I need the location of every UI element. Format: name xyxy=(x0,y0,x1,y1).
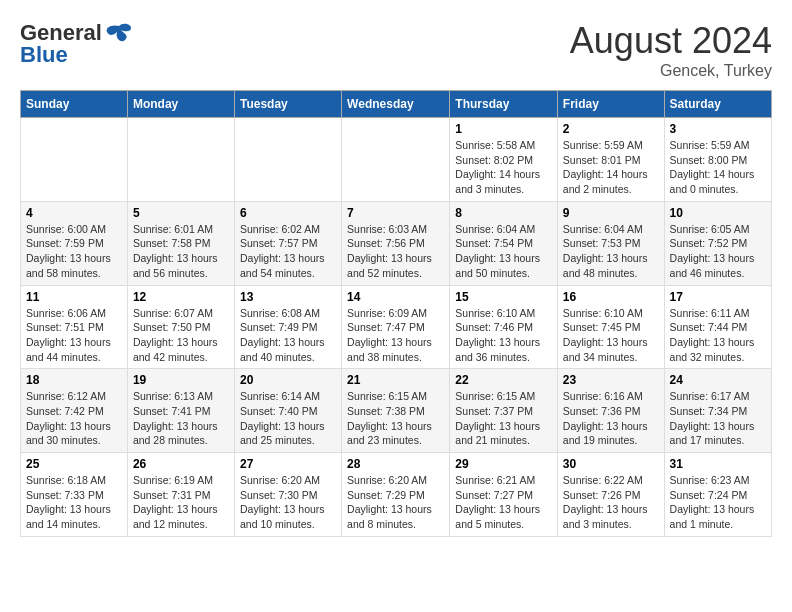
calendar-day-cell: 3Sunrise: 5:59 AMSunset: 8:00 PMDaylight… xyxy=(664,118,771,202)
day-number: 26 xyxy=(133,457,229,471)
day-number: 14 xyxy=(347,290,444,304)
day-number: 23 xyxy=(563,373,659,387)
day-number: 2 xyxy=(563,122,659,136)
day-number: 24 xyxy=(670,373,766,387)
day-info-text: Sunrise: 6:16 AMSunset: 7:36 PMDaylight:… xyxy=(563,389,659,448)
calendar-day-cell: 2Sunrise: 5:59 AMSunset: 8:01 PMDaylight… xyxy=(557,118,664,202)
calendar-day-cell: 28Sunrise: 6:20 AMSunset: 7:29 PMDayligh… xyxy=(342,453,450,537)
day-number: 11 xyxy=(26,290,122,304)
day-info-text: Sunrise: 6:20 AMSunset: 7:30 PMDaylight:… xyxy=(240,473,336,532)
day-number: 6 xyxy=(240,206,336,220)
day-info-text: Sunrise: 6:21 AMSunset: 7:27 PMDaylight:… xyxy=(455,473,552,532)
calendar-day-cell: 26Sunrise: 6:19 AMSunset: 7:31 PMDayligh… xyxy=(127,453,234,537)
calendar-day-cell: 18Sunrise: 6:12 AMSunset: 7:42 PMDayligh… xyxy=(21,369,128,453)
calendar-day-cell xyxy=(234,118,341,202)
day-info-text: Sunrise: 6:03 AMSunset: 7:56 PMDaylight:… xyxy=(347,222,444,281)
logo: General Blue xyxy=(20,20,133,68)
calendar-day-cell: 10Sunrise: 6:05 AMSunset: 7:52 PMDayligh… xyxy=(664,201,771,285)
day-number: 13 xyxy=(240,290,336,304)
day-number: 16 xyxy=(563,290,659,304)
calendar-day-cell: 20Sunrise: 6:14 AMSunset: 7:40 PMDayligh… xyxy=(234,369,341,453)
calendar-day-cell: 27Sunrise: 6:20 AMSunset: 7:30 PMDayligh… xyxy=(234,453,341,537)
calendar-day-cell xyxy=(342,118,450,202)
calendar-day-cell: 7Sunrise: 6:03 AMSunset: 7:56 PMDaylight… xyxy=(342,201,450,285)
day-info-text: Sunrise: 6:19 AMSunset: 7:31 PMDaylight:… xyxy=(133,473,229,532)
day-info-text: Sunrise: 5:59 AMSunset: 8:01 PMDaylight:… xyxy=(563,138,659,197)
day-info-text: Sunrise: 6:01 AMSunset: 7:58 PMDaylight:… xyxy=(133,222,229,281)
day-info-text: Sunrise: 6:06 AMSunset: 7:51 PMDaylight:… xyxy=(26,306,122,365)
day-number: 29 xyxy=(455,457,552,471)
day-info-text: Sunrise: 6:23 AMSunset: 7:24 PMDaylight:… xyxy=(670,473,766,532)
day-number: 30 xyxy=(563,457,659,471)
day-of-week-header: Monday xyxy=(127,91,234,118)
day-number: 27 xyxy=(240,457,336,471)
calendar-day-cell: 13Sunrise: 6:08 AMSunset: 7:49 PMDayligh… xyxy=(234,285,341,369)
calendar-day-cell: 30Sunrise: 6:22 AMSunset: 7:26 PMDayligh… xyxy=(557,453,664,537)
day-info-text: Sunrise: 6:09 AMSunset: 7:47 PMDaylight:… xyxy=(347,306,444,365)
calendar-day-cell: 31Sunrise: 6:23 AMSunset: 7:24 PMDayligh… xyxy=(664,453,771,537)
day-info-text: Sunrise: 6:13 AMSunset: 7:41 PMDaylight:… xyxy=(133,389,229,448)
day-info-text: Sunrise: 6:15 AMSunset: 7:38 PMDaylight:… xyxy=(347,389,444,448)
calendar-header-row: SundayMondayTuesdayWednesdayThursdayFrid… xyxy=(21,91,772,118)
day-info-text: Sunrise: 5:59 AMSunset: 8:00 PMDaylight:… xyxy=(670,138,766,197)
calendar-day-cell: 1Sunrise: 5:58 AMSunset: 8:02 PMDaylight… xyxy=(450,118,558,202)
day-number: 28 xyxy=(347,457,444,471)
day-info-text: Sunrise: 6:22 AMSunset: 7:26 PMDaylight:… xyxy=(563,473,659,532)
day-of-week-header: Wednesday xyxy=(342,91,450,118)
calendar-day-cell xyxy=(127,118,234,202)
calendar-day-cell: 25Sunrise: 6:18 AMSunset: 7:33 PMDayligh… xyxy=(21,453,128,537)
calendar-week-row: 18Sunrise: 6:12 AMSunset: 7:42 PMDayligh… xyxy=(21,369,772,453)
day-number: 9 xyxy=(563,206,659,220)
day-info-text: Sunrise: 6:07 AMSunset: 7:50 PMDaylight:… xyxy=(133,306,229,365)
day-info-text: Sunrise: 6:18 AMSunset: 7:33 PMDaylight:… xyxy=(26,473,122,532)
calendar-day-cell: 19Sunrise: 6:13 AMSunset: 7:41 PMDayligh… xyxy=(127,369,234,453)
day-number: 8 xyxy=(455,206,552,220)
calendar-day-cell: 9Sunrise: 6:04 AMSunset: 7:53 PMDaylight… xyxy=(557,201,664,285)
day-number: 18 xyxy=(26,373,122,387)
calendar-table: SundayMondayTuesdayWednesdayThursdayFrid… xyxy=(20,90,772,537)
calendar-day-cell: 22Sunrise: 6:15 AMSunset: 7:37 PMDayligh… xyxy=(450,369,558,453)
calendar-day-cell: 24Sunrise: 6:17 AMSunset: 7:34 PMDayligh… xyxy=(664,369,771,453)
logo-blue-text: Blue xyxy=(20,42,68,68)
day-number: 7 xyxy=(347,206,444,220)
day-info-text: Sunrise: 6:05 AMSunset: 7:52 PMDaylight:… xyxy=(670,222,766,281)
day-number: 25 xyxy=(26,457,122,471)
title-area: August 2024 Gencek, Turkey xyxy=(570,20,772,80)
day-number: 3 xyxy=(670,122,766,136)
day-info-text: Sunrise: 6:00 AMSunset: 7:59 PMDaylight:… xyxy=(26,222,122,281)
day-number: 15 xyxy=(455,290,552,304)
calendar-day-cell: 11Sunrise: 6:06 AMSunset: 7:51 PMDayligh… xyxy=(21,285,128,369)
calendar-day-cell: 5Sunrise: 6:01 AMSunset: 7:58 PMDaylight… xyxy=(127,201,234,285)
calendar-day-cell: 8Sunrise: 6:04 AMSunset: 7:54 PMDaylight… xyxy=(450,201,558,285)
calendar-week-row: 1Sunrise: 5:58 AMSunset: 8:02 PMDaylight… xyxy=(21,118,772,202)
day-number: 4 xyxy=(26,206,122,220)
day-number: 10 xyxy=(670,206,766,220)
day-number: 22 xyxy=(455,373,552,387)
day-number: 1 xyxy=(455,122,552,136)
day-number: 31 xyxy=(670,457,766,471)
calendar-day-cell: 4Sunrise: 6:00 AMSunset: 7:59 PMDaylight… xyxy=(21,201,128,285)
day-info-text: Sunrise: 6:10 AMSunset: 7:46 PMDaylight:… xyxy=(455,306,552,365)
calendar-day-cell: 15Sunrise: 6:10 AMSunset: 7:46 PMDayligh… xyxy=(450,285,558,369)
day-info-text: Sunrise: 6:14 AMSunset: 7:40 PMDaylight:… xyxy=(240,389,336,448)
page-header: General Blue August 2024 Gencek, Turkey xyxy=(20,20,772,80)
day-info-text: Sunrise: 6:11 AMSunset: 7:44 PMDaylight:… xyxy=(670,306,766,365)
calendar-day-cell: 16Sunrise: 6:10 AMSunset: 7:45 PMDayligh… xyxy=(557,285,664,369)
calendar-day-cell: 21Sunrise: 6:15 AMSunset: 7:38 PMDayligh… xyxy=(342,369,450,453)
day-number: 17 xyxy=(670,290,766,304)
calendar-day-cell: 12Sunrise: 6:07 AMSunset: 7:50 PMDayligh… xyxy=(127,285,234,369)
day-number: 19 xyxy=(133,373,229,387)
day-of-week-header: Saturday xyxy=(664,91,771,118)
day-info-text: Sunrise: 6:12 AMSunset: 7:42 PMDaylight:… xyxy=(26,389,122,448)
day-of-week-header: Thursday xyxy=(450,91,558,118)
day-info-text: Sunrise: 6:02 AMSunset: 7:57 PMDaylight:… xyxy=(240,222,336,281)
day-number: 5 xyxy=(133,206,229,220)
day-info-text: Sunrise: 6:04 AMSunset: 7:54 PMDaylight:… xyxy=(455,222,552,281)
calendar-week-row: 11Sunrise: 6:06 AMSunset: 7:51 PMDayligh… xyxy=(21,285,772,369)
day-info-text: Sunrise: 6:04 AMSunset: 7:53 PMDaylight:… xyxy=(563,222,659,281)
day-number: 12 xyxy=(133,290,229,304)
calendar-week-row: 25Sunrise: 6:18 AMSunset: 7:33 PMDayligh… xyxy=(21,453,772,537)
day-of-week-header: Friday xyxy=(557,91,664,118)
calendar-day-cell: 29Sunrise: 6:21 AMSunset: 7:27 PMDayligh… xyxy=(450,453,558,537)
calendar-day-cell: 6Sunrise: 6:02 AMSunset: 7:57 PMDaylight… xyxy=(234,201,341,285)
